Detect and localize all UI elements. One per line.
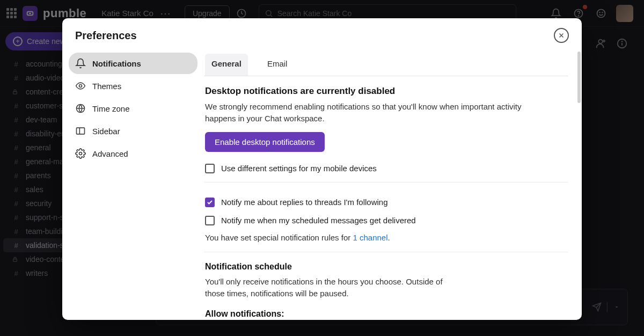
prefs-nav-notifications[interactable]: Notifications [69,53,197,74]
thread-replies-label: Notify me about replies to threads I'm f… [221,198,388,207]
timezone-icon [75,103,86,114]
prefs-nav-timezone[interactable]: Time zone [69,98,197,119]
themes-icon [75,81,86,91]
check-icon [207,199,213,206]
channel-rules-link[interactable]: 1 channel [353,233,387,242]
enable-desktop-notifications-button[interactable]: Enable desktop notifications [205,132,325,152]
svg-point-24 [79,152,82,155]
prefs-nav-label: Notifications [92,59,141,68]
close-icon [558,32,565,39]
mobile-settings-checkbox[interactable] [205,164,215,173]
scheduled-messages-checkbox[interactable] [205,216,215,225]
allow-notifications-heading: Allow notifications: [205,309,564,319]
schedule-heading: Notification schedule [205,262,564,272]
preferences-modal: Preferences NotificationsThemesTime zone… [62,18,582,320]
modal-title: Preferences [75,30,137,42]
prefs-nav-advanced[interactable]: Advanced [69,143,197,164]
tab-general[interactable]: General [205,54,248,76]
prefs-nav-themes[interactable]: Themes [69,75,197,97]
advanced-icon [75,148,86,159]
prefs-nav-label: Advanced [92,149,128,158]
svg-rect-22 [77,128,85,134]
special-rules-text: You have set special notification rules … [205,232,548,244]
mobile-settings-label: Use different settings for my mobile dev… [221,164,377,173]
desktop-notif-heading: Desktop notifications are currently disa… [205,86,564,97]
close-button[interactable] [554,28,569,43]
notifications-icon [75,58,86,69]
scrollbar-thumb[interactable] [577,52,581,103]
prefs-nav-label: Time zone [92,104,129,113]
prefs-nav-label: Themes [92,82,121,91]
sidebar-icon [75,126,86,136]
thread-replies-checkbox[interactable] [205,198,215,207]
prefs-nav-label: Sidebar [92,127,120,136]
tab-email[interactable]: Email [261,54,294,76]
desktop-notif-body: We strongly recommend enabling notificat… [205,101,548,125]
scheduled-messages-label: Notify me when my scheduled messages get… [221,216,416,225]
prefs-nav-sidebar[interactable]: Sidebar [69,120,197,142]
schedule-body: You'll only receive notifications in the… [205,276,457,300]
svg-point-20 [79,85,82,87]
